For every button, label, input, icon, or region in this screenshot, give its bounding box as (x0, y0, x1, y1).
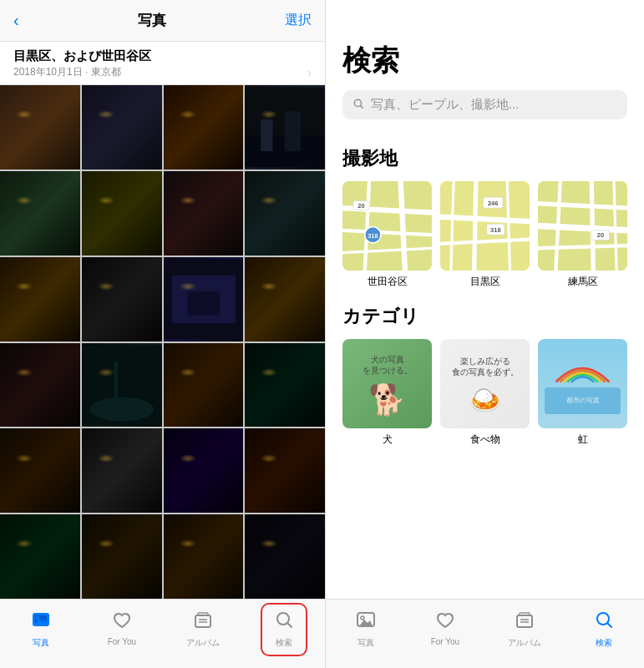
tab-search-label-right: 検索 (596, 637, 612, 649)
tab-photos-left[interactable]: 写真 (0, 606, 81, 649)
photo-cell[interactable] (0, 428, 80, 513)
svg-line-37 (474, 181, 476, 271)
map-svg-nerima: 20 (538, 181, 627, 271)
photo-cell[interactable] (164, 85, 244, 170)
map-svg-meguro: 246 318 (440, 181, 530, 271)
photo-cell[interactable] (245, 171, 325, 256)
svg-rect-6 (187, 291, 219, 316)
search-icon-right-tab (594, 610, 614, 635)
photo-cell[interactable] (245, 428, 325, 513)
svg-rect-58 (520, 613, 530, 615)
svg-rect-14 (195, 615, 210, 627)
right-panel: 検索 写真、ピープル、撮影地... 撮影地 (326, 0, 644, 668)
left-tab-bar: 写真 For You アルバム (0, 599, 325, 668)
search-icon-left (274, 610, 294, 635)
location-sub: 2018年10月1日 · 東京都 › (13, 65, 312, 79)
left-panel: ‹ 写真 選択 目黒区、および世田谷区 2018年10月1日 · 東京都 › (0, 0, 326, 668)
photo-cell[interactable] (245, 85, 325, 170)
location-bar[interactable]: 目黒区、および世田谷区 2018年10月1日 · 東京都 › (0, 42, 325, 85)
photo-cell[interactable] (245, 514, 325, 599)
map-label-meguro: 目黒区 (470, 275, 500, 289)
photo-cell[interactable] (82, 171, 162, 256)
category-item-rainbow[interactable]: 都市の写真 虹 (538, 339, 627, 447)
photo-cell[interactable] (0, 85, 80, 170)
category-item-food[interactable]: 楽しみ広がる食の写真を必ず。 🍛 食べ物 (440, 339, 530, 447)
location-title: 目黒区、および世田谷区 (13, 48, 312, 64)
photo-cell[interactable] (164, 514, 244, 599)
map-label-nerima: 練馬区 (568, 275, 598, 289)
tab-foryou-right[interactable]: For You (405, 606, 484, 646)
photo-cell[interactable] (164, 343, 244, 428)
photos-icon-right (356, 610, 376, 635)
tab-foryou-label-right: For You (431, 637, 459, 646)
albums-icon-left (193, 610, 213, 635)
photo-grid (0, 85, 325, 599)
search-bar[interactable]: 写真、ピープル、撮影地... (342, 90, 627, 119)
map-item-nerima[interactable]: 20 練馬区 (538, 181, 627, 289)
tab-photos-label-left: 写真 (33, 637, 49, 649)
tab-search-left[interactable]: 検索 (244, 606, 325, 649)
svg-text:246: 246 (488, 200, 499, 207)
tab-foryou-left[interactable]: For You (81, 606, 162, 646)
photo-cell[interactable] (245, 343, 325, 428)
photo-svg (164, 257, 244, 342)
photo-cell[interactable] (164, 257, 244, 342)
map-thumb-meguro: 246 318 (440, 181, 530, 271)
photo-cell[interactable] (82, 85, 162, 170)
map-label-setagaya: 世田谷区 (368, 275, 408, 289)
svg-rect-2 (261, 119, 272, 151)
tab-search-label-left: 検索 (276, 637, 292, 649)
cat-food-text: 楽しみ広がる食の写真を必ず。 (449, 352, 522, 381)
photo-cell[interactable] (0, 257, 80, 342)
page-title: 検索 (342, 42, 627, 80)
svg-rect-57 (517, 615, 532, 627)
tab-albums-right[interactable]: アルバム (485, 606, 565, 649)
map-thumb-setagaya: 20 318 (342, 181, 432, 271)
svg-point-8 (89, 397, 154, 421)
left-header: ‹ 写真 選択 (0, 0, 325, 42)
location-date: 2018年10月1日 · 東京都 (13, 65, 121, 79)
photo-cell[interactable] (245, 257, 325, 342)
photo-cell[interactable] (164, 171, 244, 256)
photo-cell[interactable] (0, 171, 80, 256)
right-tab-bar: 写真 For You アルバム (326, 599, 644, 668)
svg-line-50 (591, 181, 593, 271)
svg-text:318: 318 (368, 232, 378, 240)
select-button[interactable]: 選択 (285, 12, 312, 29)
svg-line-47 (538, 226, 627, 230)
map-svg-setagaya: 20 318 (342, 181, 432, 271)
svg-rect-9 (114, 361, 118, 408)
left-title: 写真 (138, 11, 166, 30)
category-thumb-food: 楽しみ広がる食の写真を必ず。 🍛 (440, 339, 530, 428)
photo-svg (245, 85, 325, 170)
right-content: 撮影地 20 318 (326, 131, 644, 599)
back-button[interactable]: ‹ (13, 11, 19, 30)
tab-photos-right[interactable]: 写真 (326, 606, 405, 649)
tab-albums-label-left: アルバム (186, 637, 220, 649)
svg-point-55 (361, 616, 364, 620)
photo-cell[interactable] (82, 514, 162, 599)
category-label-dog: 犬 (383, 433, 393, 447)
svg-rect-3 (285, 111, 301, 151)
photo-cell[interactable] (82, 428, 162, 513)
svg-marker-56 (359, 620, 373, 626)
svg-point-12 (36, 616, 39, 620)
tab-foryou-label-left: For You (108, 637, 136, 646)
tab-albums-left[interactable]: アルバム (163, 606, 244, 649)
category-item-dog[interactable]: 犬の写真を見つける。 🐕 犬 (342, 339, 432, 447)
photo-cell[interactable] (0, 514, 80, 599)
svg-line-19 (288, 624, 292, 628)
photo-cell[interactable] (0, 343, 80, 428)
map-item-setagaya[interactable]: 20 318 世田谷区 (342, 181, 432, 289)
svg-text:20: 20 (597, 231, 604, 239)
svg-text:318: 318 (490, 226, 500, 234)
location-section-title: 撮影地 (342, 146, 627, 171)
photo-cell[interactable] (82, 343, 162, 428)
svg-rect-23 (342, 181, 432, 271)
photo-cell[interactable] (164, 428, 244, 513)
map-item-meguro[interactable]: 246 318 目黒区 (440, 181, 530, 289)
tab-albums-label-right: アルバム (508, 637, 541, 649)
category-thumb-rainbow: 都市の写真 (538, 339, 627, 428)
tab-search-right[interactable]: 検索 (565, 606, 644, 649)
photo-cell[interactable] (82, 257, 162, 342)
